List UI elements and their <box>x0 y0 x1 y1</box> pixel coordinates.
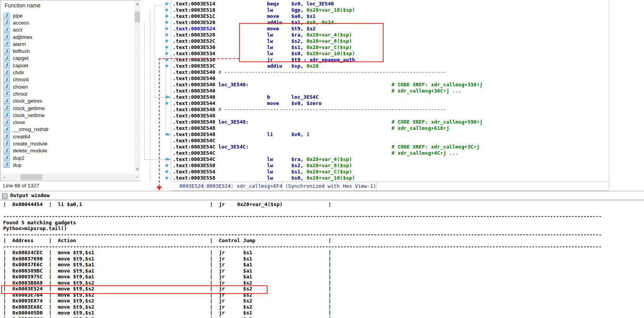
function-label: clock_settime <box>13 112 45 118</box>
disasm-line[interactable]: .text:0003E528 lw $ra, 0x28+var_4($sp) <box>173 32 483 38</box>
function-icon: f <box>3 148 10 154</box>
breakpoint-dot[interactable] <box>165 46 168 49</box>
scroll-up-icon[interactable]: ∧ <box>134 1 141 7</box>
breakpoint-dot[interactable] <box>165 21 168 24</box>
function-icon: f <box>3 155 10 161</box>
disasm-line[interactable]: .text:0003E52C lw $s2, 0x28+var_8($sp) <box>173 38 483 44</box>
function-list-item[interactable]: fchmod <box>2 76 133 83</box>
breakpoint-dot[interactable] <box>165 170 168 173</box>
horizontal-scrollbar[interactable]: ‹ › <box>1 174 140 180</box>
function-label: capset <box>13 63 28 68</box>
function-list-item[interactable]: fclock_getres <box>2 98 133 105</box>
scroll-left-icon[interactable]: ‹ <box>1 174 7 180</box>
function-label: chown <box>13 84 28 90</box>
disasm-line[interactable]: .text:0003E538 jr $t9 ; xdr_opaque_auth <box>173 57 483 63</box>
function-list-item[interactable]: fchown <box>2 83 133 90</box>
breakpoint-dot[interactable] <box>165 52 168 55</box>
disasm-line[interactable]: .text:0003E51C move $a0, $s1 <box>173 13 483 19</box>
output-titlebar[interactable]: Output window <box>0 192 644 200</box>
disasm-line[interactable]: .text:0003E554 lw $s1, 0x28+var_C($sp) <box>173 169 483 175</box>
disasm-line[interactable]: .text:0003E54C # xdr_callmsg+4C↑j ... <box>173 150 483 156</box>
function-list-item[interactable]: fadjtimex <box>2 33 133 40</box>
breakpoint-dot[interactable] <box>165 65 168 67</box>
disasm-line[interactable]: .text:0003E558 lw $s0, 0x28+var_10($sp) <box>173 175 483 181</box>
output-line: | 0x0003EA8C | move $t9,$s2 | jr $s2 | <box>3 304 644 310</box>
breakpoint-dot[interactable] <box>165 40 168 42</box>
disasm-line[interactable]: .text:0003E548 loc_3E548: # CODE XREF: x… <box>173 119 483 125</box>
disasm-line[interactable]: .text:0003E548 li $v0, 1 <box>173 131 483 138</box>
breakpoint-dot[interactable] <box>165 158 168 161</box>
function-list-item[interactable]: fdup2 <box>2 154 133 161</box>
disasm-line[interactable]: .text:0003E548 # xdr_callmsg+618↑j <box>173 125 483 131</box>
disasm-line[interactable]: .text:0003E53C addiu $sp, 0x28 <box>173 63 483 69</box>
function-label: chdir <box>13 70 24 75</box>
function-icon: f <box>3 34 10 40</box>
disasm-line[interactable]: .text:0003E54C lw $ra, 0x28+var_4($sp) <box>173 156 483 162</box>
disasm-line[interactable]: .text:0003E548 <box>173 113 483 119</box>
function-list-item[interactable]: fchdir <box>2 69 133 76</box>
function-icon: f <box>3 126 10 133</box>
breakpoint-dot[interactable] <box>165 96 168 98</box>
function-label: chmod <box>13 77 29 82</box>
disasm-line[interactable]: .text:0003E520 addiu $a1, $s0, 0x24 <box>173 19 483 26</box>
jump-line <box>154 5 155 97</box>
output-line: | 0x00044454 | li $a0,1 | jr 0x28+var_4(… <box>3 201 644 208</box>
disasm-line[interactable]: .text:0003E54C <box>173 138 483 144</box>
function-list-item[interactable]: fpipe <box>2 12 133 19</box>
disasm-line[interactable]: .text:0003E524 move $t9, $s2 <box>173 26 483 32</box>
window-splitter[interactable] <box>0 191 644 191</box>
function-list-item[interactable]: fbdflush <box>2 47 133 54</box>
disasm-line[interactable]: .text:0003E530 lw $s1, 0x28+var_C($sp) <box>173 44 483 51</box>
output-line: | 0x000389BC | move $t9,$a1 | jr $a1 | <box>3 268 644 274</box>
function-list-item[interactable]: fcreate_module <box>2 140 133 147</box>
function-list-item[interactable]: falarm <box>2 40 133 47</box>
breakpoint-dot[interactable] <box>165 133 168 136</box>
function-list-item[interactable]: fcapset <box>2 62 133 69</box>
function-label: access <box>13 20 29 26</box>
breakpoint-dot[interactable] <box>165 9 168 11</box>
scroll-right-icon[interactable]: › <box>134 174 140 180</box>
function-list-item[interactable]: fclock_gettime <box>2 105 133 112</box>
function-list-item[interactable]: facct <box>2 26 133 33</box>
output-line: Python>mipsrop.tail() <box>3 225 644 232</box>
breakpoint-dot[interactable] <box>165 164 168 167</box>
vertical-scroll-thumb[interactable] <box>135 12 140 23</box>
function-list-item[interactable]: fcapget <box>2 55 133 62</box>
disasm-line[interactable]: .text:0003E540 # xdr_callmsg+36C↑j ... <box>173 88 483 94</box>
disasm-line[interactable]: .text:0003E544 move $v0, $zero <box>173 100 483 107</box>
output-line: | 0x0003975C | move $t9,$a1 | jr $a1 | <box>3 274 644 280</box>
disasm-line[interactable]: .text:0003E514 beqz $v0, loc_3E540 <box>173 1 483 7</box>
disasm-line[interactable]: .text:0003E534 lw $s0, 0x28+var_10($sp) <box>173 51 483 57</box>
breakpoint-dot[interactable] <box>165 102 168 105</box>
view-right-border <box>609 0 609 190</box>
disasm-line[interactable]: .text:0003E540 <box>173 75 483 82</box>
horizontal-scroll-thumb[interactable] <box>21 174 42 180</box>
function-list-item[interactable]: fclock_settime <box>2 112 133 119</box>
disasm-line[interactable]: .text:0003E540 b loc_3E54C <box>173 94 483 100</box>
disasm-line[interactable]: .text:0003E540 loc_3E540: # CODE XREF: x… <box>173 82 483 88</box>
function-list-item[interactable]: fdelete_module <box>2 147 133 154</box>
function-list-item[interactable]: fchroot <box>2 90 133 97</box>
function-list-item[interactable]: fcreat64 <box>2 133 133 140</box>
breakpoint-dot[interactable] <box>165 33 168 36</box>
function-list-item[interactable]: fdup <box>2 161 133 168</box>
breakpoint-dot[interactable] <box>165 2 168 5</box>
function-icon: f <box>3 62 10 68</box>
disasm-line[interactable]: .text:0003E54C loc_3E54C: # CODE XREF: x… <box>173 144 483 150</box>
function-list-item[interactable]: fclose <box>2 119 133 126</box>
disasm-line[interactable]: .text:0003E540 # -----------------------… <box>173 69 483 75</box>
breakpoint-dot[interactable] <box>165 15 168 17</box>
disasm-line[interactable]: .text:0003E548 # -----------------------… <box>173 107 483 113</box>
breakpoint-dot[interactable] <box>165 27 168 30</box>
function-label: bdflush <box>13 48 30 54</box>
functions-column-header: Function name <box>5 2 41 9</box>
disasm-line[interactable]: .text:0003E518 lw $gp, 0x28+var_18($sp) <box>173 7 483 13</box>
function-list-item[interactable]: f__cmsg_nxthdr <box>2 126 133 133</box>
output-content[interactable]: | 0x00044454 | li $a0,1 | jr 0x28+var_4(… <box>0 200 644 318</box>
disasm-line[interactable]: .text:0003E550 lw $s2, 0x28+var_8($sp) <box>173 162 483 169</box>
breakpoint-dot[interactable] <box>165 176 168 179</box>
functions-status-line: Line 68 of 1327 <box>3 183 39 189</box>
vertical-scrollbar[interactable]: ∧ ∨ <box>134 1 141 172</box>
function-list-item[interactable]: faccess <box>2 19 133 26</box>
scroll-down-icon[interactable]: ∨ <box>134 166 141 172</box>
